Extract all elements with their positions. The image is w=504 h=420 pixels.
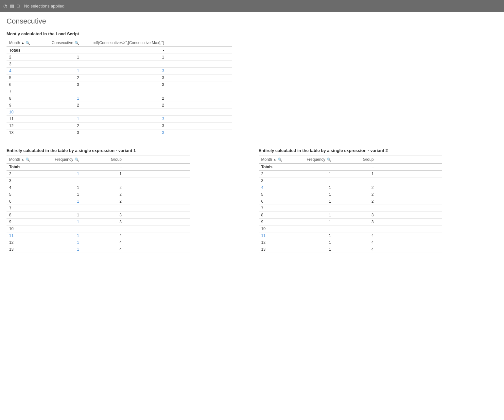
table-row: 13 1 4	[259, 246, 442, 253]
table-2-header: Month ▲ 🔍 Frequency 🔍	[7, 156, 190, 164]
col-expr: =If(Consecutive<>'',[Consecutive Max],''…	[82, 39, 167, 47]
freq3-search-icon[interactable]: 🔍	[327, 158, 331, 162]
section-2-title: Entirely calculated in the table by a si…	[7, 148, 246, 153]
table-1-header: Month ▲ 🔍 Consecutive 🔍 =If(Cons	[7, 39, 232, 47]
col2-month: Month ▲ 🔍	[7, 156, 39, 164]
table-row: 11 1 4	[7, 232, 190, 239]
table-row: 6 1 2	[7, 198, 190, 205]
table-row: 9 2 2	[7, 102, 232, 109]
table-row: 8 1 2	[7, 95, 232, 102]
col2-empty	[124, 156, 190, 164]
table-row: 4 1 3	[7, 68, 232, 75]
section-3: Entirely calculated in the table by a si…	[259, 148, 498, 253]
totals-label: Totals	[7, 47, 39, 54]
table-row: 7	[259, 205, 442, 212]
top-bar: ◔ ▩ □ No selections applied	[0, 0, 504, 12]
col2-group: Group	[82, 156, 124, 164]
section-3-title: Entirely calculated in the table by a si…	[259, 148, 498, 153]
page-content: Consecutive Mostly calculated in the Loa…	[0, 12, 504, 270]
table-row: 4 1 2	[259, 184, 442, 191]
table-row: 10	[7, 226, 190, 232]
table-3: Month ▲ 🔍 Frequency 🔍	[259, 156, 442, 253]
section-1-title: Mostly calculated in the Load Script	[7, 31, 497, 36]
col3-frequency: Frequency 🔍	[291, 156, 334, 164]
table-row: 8 1 3	[7, 212, 190, 219]
table-row: 13 1 4	[7, 246, 190, 253]
month3-search-icon[interactable]: 🔍	[278, 158, 282, 162]
table-row: 11 1 3	[7, 116, 232, 123]
table-2: Month ▲ 🔍 Frequency 🔍	[7, 156, 190, 253]
select-lasso-icon[interactable]: ◔	[3, 3, 7, 8]
col-consecutive: Consecutive 🔍	[39, 39, 82, 47]
table-row: 6 3 3	[7, 81, 232, 88]
table-row: 7	[7, 205, 190, 212]
table-row: 12 1 4	[259, 239, 442, 246]
page-title: Consecutive	[7, 17, 497, 25]
table-row: 10	[259, 226, 442, 232]
consecutive-search-icon[interactable]: 🔍	[75, 41, 79, 45]
col2-frequency: Frequency 🔍	[39, 156, 82, 164]
month3-sort-icon: ▲	[273, 158, 276, 161]
table-1: Month ▲ 🔍 Consecutive 🔍 =If(Cons	[7, 39, 232, 136]
col3-group: Group	[334, 156, 376, 164]
select-eraser-icon[interactable]: □	[17, 3, 19, 8]
table-row: 8 1 3	[259, 212, 442, 219]
month2-search-icon[interactable]: 🔍	[26, 158, 30, 162]
col-empty	[167, 39, 232, 47]
table-3-totals: Totals -	[259, 163, 442, 171]
section-2: Entirely calculated in the table by a si…	[7, 148, 246, 253]
table-row: 10	[7, 109, 232, 116]
table-row: 13 3 3	[7, 129, 232, 136]
table-2-totals: Totals -	[7, 163, 190, 171]
table-row: 5 2 3	[7, 75, 232, 81]
table-row: 5 1 2	[259, 191, 442, 198]
table-row: 7	[7, 88, 232, 95]
month2-sort-icon: ▲	[21, 158, 24, 161]
table-row: 3	[7, 177, 190, 184]
table-row: 2 1 1	[7, 54, 232, 61]
table-row: 5 1 2	[7, 191, 190, 198]
table-row: 9 1 3	[7, 219, 190, 226]
col-month: Month ▲ 🔍	[7, 39, 39, 47]
table-row: 4 1 2	[7, 184, 190, 191]
table-row: 11 1 4	[259, 232, 442, 239]
table-row: 2 1 1	[259, 171, 442, 177]
col3-month: Month ▲ 🔍	[259, 156, 291, 164]
sections-bottom: Entirely calculated in the table by a si…	[7, 148, 497, 265]
month-search-icon[interactable]: 🔍	[26, 41, 30, 45]
section-1: Mostly calculated in the Load Script Mon…	[7, 31, 497, 136]
table-row: 12 1 4	[7, 239, 190, 246]
table-row: 3	[7, 61, 232, 68]
table-row: 2 1 1	[7, 171, 190, 177]
table-row: 3	[259, 177, 442, 184]
select-brush-icon[interactable]: ▩	[10, 3, 14, 8]
table-row: 12 2 3	[7, 123, 232, 129]
col3-empty	[376, 156, 442, 164]
table-1-totals: Totals -	[7, 47, 232, 54]
table-row: 6 1 2	[259, 198, 442, 205]
table-row: 9 1 3	[259, 219, 442, 226]
month-sort-icon: ▲	[21, 41, 24, 44]
no-selections-label: No selections applied	[24, 4, 64, 8]
table-3-header: Month ▲ 🔍 Frequency 🔍	[259, 156, 442, 164]
freq2-search-icon[interactable]: 🔍	[75, 158, 79, 162]
